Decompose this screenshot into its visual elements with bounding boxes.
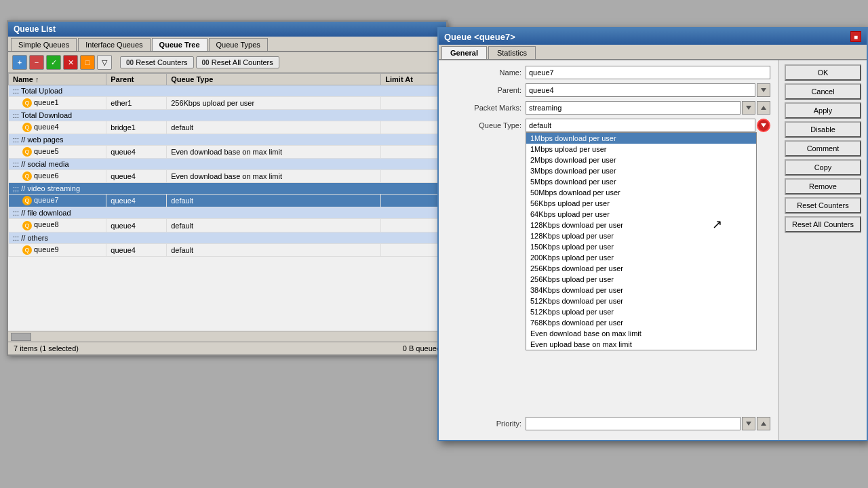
table-row[interactable]: ::: Total Download bbox=[9, 110, 446, 121]
list-item[interactable]: Even upload base on max limit bbox=[526, 339, 756, 350]
dialog-tabs: General Statistics bbox=[439, 45, 867, 60]
col-name[interactable]: Name ↑ bbox=[9, 74, 106, 85]
packet-marks-up-btn[interactable] bbox=[757, 101, 770, 115]
copy-button[interactable]: □ bbox=[80, 55, 95, 70]
reset-all-counters-dialog-button[interactable]: Reset All Counters bbox=[785, 216, 861, 232]
queue-limit bbox=[381, 170, 446, 183]
dialog-title: Queue <queue7> bbox=[444, 32, 515, 42]
queue-icon: Q bbox=[22, 245, 32, 255]
table-row[interactable]: Qqueue8 queue4 default bbox=[9, 219, 446, 232]
queue-table-container: Name ↑ Parent Queue Type Limit At ::: To… bbox=[8, 73, 446, 331]
table-row[interactable]: ::: Total Upload bbox=[9, 85, 446, 97]
status-bar: 7 items (1 selected) 0 B queued bbox=[8, 342, 446, 354]
queue-type: 256Kbps upload per user bbox=[167, 97, 381, 110]
apply-button[interactable]: Apply bbox=[785, 102, 861, 119]
tab-interface-queues[interactable]: Interface Queues bbox=[78, 38, 150, 51]
reset-counters-button[interactable]: 00 Reset Counters bbox=[120, 56, 194, 68]
list-item[interactable]: 384Kbps download per user bbox=[526, 285, 756, 296]
list-item[interactable]: 256Kbps download per user bbox=[526, 263, 756, 274]
list-item[interactable]: 1Mbps upload per user bbox=[526, 144, 756, 155]
filter-button[interactable]: ▽ bbox=[97, 55, 112, 70]
queue-parent: queue4 bbox=[106, 243, 167, 256]
list-item[interactable]: 256Kbps upload per user bbox=[526, 274, 756, 285]
col-queue-type[interactable]: Queue Type bbox=[167, 74, 381, 85]
queue-limit bbox=[381, 146, 446, 159]
chevron-up-icon bbox=[761, 422, 766, 426]
items-count: 7 items (1 selected) bbox=[14, 344, 79, 352]
remove-button[interactable]: Remove bbox=[785, 178, 861, 195]
list-item[interactable]: 200Kbps upload per user bbox=[526, 252, 756, 263]
tab-statistics[interactable]: Statistics bbox=[488, 46, 536, 59]
table-row[interactable]: ::: // web pages bbox=[9, 134, 446, 146]
group-label: ::: Total Upload bbox=[9, 85, 446, 97]
dialog-body: Name: Parent: Packet Marks: bbox=[439, 60, 867, 440]
group-label: ::: // others bbox=[9, 232, 446, 243]
list-item[interactable]: 768Kbps download per user bbox=[526, 317, 756, 328]
tab-queue-tree[interactable]: Queue Tree bbox=[152, 38, 208, 51]
queue-name: Qqueue9 bbox=[9, 243, 106, 256]
list-item[interactable]: 150Kbps upload per user bbox=[526, 241, 756, 252]
counter-all-icon: 00 bbox=[202, 59, 210, 66]
list-item[interactable]: 56Kbps upload per user bbox=[526, 198, 756, 209]
table-row[interactable]: Qqueue7 queue4 default bbox=[9, 195, 446, 207]
table-row[interactable]: ::: // others bbox=[9, 232, 446, 243]
table-row[interactable]: ::: // social media bbox=[9, 159, 446, 170]
col-parent[interactable]: Parent bbox=[106, 74, 167, 85]
priority-up-btn[interactable] bbox=[757, 417, 770, 430]
list-item[interactable]: 50Mbps download per user bbox=[526, 187, 756, 198]
table-row[interactable]: Qqueue1 ether1 256Kbps upload per user bbox=[9, 97, 446, 110]
scrollbar-thumb[interactable] bbox=[11, 333, 31, 341]
remove-button[interactable]: − bbox=[29, 55, 44, 70]
add-button[interactable]: + bbox=[12, 55, 27, 70]
table-row[interactable]: Qqueue9 queue4 default bbox=[9, 243, 446, 256]
name-input[interactable] bbox=[526, 66, 770, 79]
parent-input[interactable] bbox=[526, 83, 755, 97]
list-item[interactable]: 128Kbps upload per user bbox=[526, 230, 756, 241]
ok-button[interactable]: OK bbox=[785, 64, 861, 81]
queue-type-row: Queue Type: default 1Mbps download per u… bbox=[447, 119, 770, 132]
parent-row: Parent: bbox=[447, 83, 770, 97]
tab-general[interactable]: General bbox=[441, 46, 487, 59]
cancel-button[interactable]: Cancel bbox=[785, 83, 861, 100]
queue-limit bbox=[381, 195, 446, 207]
list-item[interactable]: 2Mbps download per user bbox=[526, 155, 756, 165]
list-item[interactable]: 5Mbps download per user bbox=[526, 176, 756, 187]
dialog-close-button[interactable]: ■ bbox=[850, 31, 861, 42]
check-button[interactable]: ✓ bbox=[46, 55, 61, 70]
packet-marks-dropdown-btn[interactable] bbox=[742, 101, 755, 115]
priority-input[interactable] bbox=[526, 417, 741, 430]
table-row[interactable]: ;;; // video streaming bbox=[9, 183, 446, 195]
tab-simple-queues[interactable]: Simple Queues bbox=[11, 38, 77, 51]
table-row[interactable]: ::: // file download bbox=[9, 207, 446, 219]
list-item[interactable]: Even download base on max limit bbox=[526, 328, 756, 339]
queue-icon: Q bbox=[22, 123, 32, 132]
cross-button[interactable]: ✕ bbox=[63, 55, 78, 70]
table-row[interactable]: Qqueue6 queue4 Even download base on max… bbox=[9, 170, 446, 183]
queue-type-selected[interactable]: default bbox=[526, 119, 755, 132]
list-item[interactable]: 1Mbps download per user bbox=[526, 133, 756, 144]
chevron-down-icon bbox=[761, 88, 766, 92]
copy-button[interactable]: Copy bbox=[785, 159, 861, 176]
col-limit-at[interactable]: Limit At bbox=[381, 74, 446, 85]
queue-table: Name ↑ Parent Queue Type Limit At ::: To… bbox=[8, 73, 446, 257]
reset-all-counters-button[interactable]: 00 Reset All Counters bbox=[196, 56, 279, 68]
list-item[interactable]: 512Kbps download per user bbox=[526, 296, 756, 306]
packet-marks-input[interactable] bbox=[526, 101, 741, 115]
chevron-down-icon bbox=[746, 422, 751, 426]
horizontal-scrollbar[interactable] bbox=[8, 331, 446, 342]
queue-type-dropdown-container: default 1Mbps download per user 1Mbps up… bbox=[526, 119, 755, 132]
group-label: ::: Total Download bbox=[9, 110, 446, 121]
disable-button[interactable]: Disable bbox=[785, 121, 861, 138]
tab-queue-types[interactable]: Queue Types bbox=[209, 38, 268, 51]
parent-dropdown-btn[interactable] bbox=[757, 83, 770, 97]
comment-button[interactable]: Comment bbox=[785, 140, 861, 157]
queue-type-red-btn[interactable] bbox=[757, 119, 770, 132]
priority-dropdown-btn[interactable] bbox=[742, 417, 755, 430]
table-row[interactable]: Qqueue5 queue4 Even download base on max… bbox=[9, 146, 446, 159]
queue-type-dropdown-list[interactable]: 1Mbps download per user 1Mbps upload per… bbox=[526, 132, 757, 350]
list-item[interactable]: 512Kbps upload per user bbox=[526, 306, 756, 317]
table-row[interactable]: Qqueue4 bridge1 default bbox=[9, 121, 446, 134]
list-item[interactable]: 3Mbps download per user bbox=[526, 165, 756, 176]
reset-counters-dialog-button[interactable]: Reset Counters bbox=[785, 197, 861, 214]
group-label: ::: // web pages bbox=[9, 134, 446, 146]
